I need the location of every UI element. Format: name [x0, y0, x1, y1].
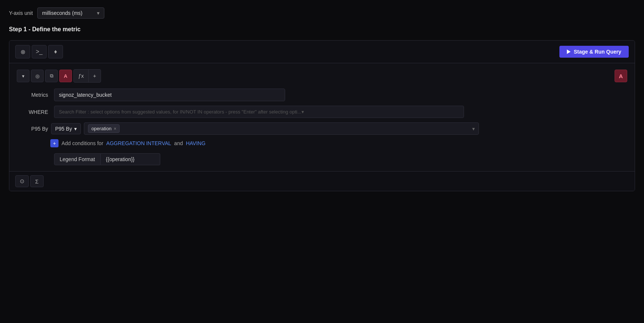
legend-format-value: {{operation}} — [101, 153, 160, 165]
plus-btn[interactable]: + — [89, 70, 101, 82]
main-panel: ⊗ >_ ♦ Stage & Run Query ▾ ◎ — [9, 40, 635, 191]
chevron-down-icon: ▾ — [22, 73, 25, 79]
letter-a-icon: A — [64, 73, 67, 79]
metrics-row: Metrics — [17, 89, 627, 101]
stage-run-label: Stage & Run Query — [574, 49, 621, 55]
database-icon: ⊙ — [20, 178, 25, 185]
letter-a-right-btn[interactable]: A — [615, 70, 627, 82]
tag-pills-container: operation × ▾ — [84, 122, 479, 135]
add-conditions-btn[interactable]: + — [50, 139, 59, 147]
copy-icon: ⧉ — [50, 73, 53, 79]
toolbar-left: ⊗ >_ ♦ — [15, 45, 63, 58]
tag-chevron-icon: ▾ — [472, 126, 475, 132]
terminal-btn[interactable]: >_ — [32, 45, 47, 58]
close-icon: ⊗ — [20, 48, 25, 55]
copy-btn[interactable]: ⧉ — [45, 70, 58, 82]
y-axis-unit-select[interactable]: milliseconds (ms) ▾ — [37, 7, 104, 19]
p95-value: P95 By — [55, 126, 72, 132]
and-label: and — [174, 140, 183, 146]
mic-btn[interactable]: ♦ — [48, 45, 63, 58]
letter-a-right-icon: A — [619, 73, 623, 79]
p95-select[interactable]: P95 By ▾ — [51, 123, 81, 134]
query-toolbar: ▾ ◎ ⧉ A ƒx + — [17, 69, 627, 83]
query-area: ▾ ◎ ⧉ A ƒx + — [9, 63, 635, 171]
where-input[interactable]: Search Filter : select options from sugg… — [54, 106, 464, 118]
legend-row: Legend Format {{operation}} — [17, 153, 627, 165]
bottom-bar: ⊙ Σ — [9, 171, 635, 191]
p95-label: P95 By — [18, 126, 48, 132]
plus-icon: + — [53, 140, 56, 146]
y-axis-row: Y-axis unit milliseconds (ms) ▾ — [9, 7, 635, 19]
plus-icon: + — [93, 73, 96, 79]
where-label: WHERE — [18, 109, 48, 115]
query-toolbar-left: ▾ ◎ ⧉ A ƒx + — [17, 69, 101, 83]
fx-group: ƒx + — [73, 69, 101, 83]
metrics-input[interactable] — [54, 89, 285, 101]
close-icon-btn[interactable]: ⊗ — [15, 45, 30, 58]
y-axis-unit-value: milliseconds (ms) — [42, 10, 82, 16]
having-link[interactable]: HAVING — [186, 140, 206, 146]
where-placeholder-text: Search Filter : select options from sugg… — [59, 109, 304, 115]
y-axis-label: Y-axis unit — [9, 10, 33, 16]
metrics-label: Metrics — [18, 92, 48, 98]
where-row: WHERE Search Filter : select options fro… — [17, 106, 627, 118]
add-conditions-row: + Add conditions for AGGREGATION INTERVA… — [17, 139, 627, 147]
top-toolbar: ⊗ >_ ♦ Stage & Run Query — [9, 41, 635, 63]
operation-tag: operation × — [88, 124, 120, 133]
fx-btn[interactable]: ƒx — [74, 70, 89, 82]
add-conditions-prefix: Add conditions for — [61, 140, 103, 146]
tag-close-btn[interactable]: × — [114, 126, 116, 131]
eye-btn[interactable]: ◎ — [31, 70, 44, 82]
p95-row: P95 By P95 By ▾ operation × ▾ — [17, 122, 627, 135]
tag-label: operation — [91, 126, 111, 131]
play-icon — [567, 49, 571, 54]
sigma-icon: Σ — [35, 178, 38, 185]
letter-a-btn[interactable]: A — [59, 70, 72, 82]
step1-title: Step 1 - Define the metric — [9, 26, 635, 33]
eye-icon: ◎ — [35, 73, 40, 79]
legend-format-label[interactable]: Legend Format — [54, 153, 101, 165]
sigma-btn[interactable]: Σ — [30, 175, 44, 187]
chevron-down-icon: ▾ — [97, 10, 100, 16]
aggregation-interval-link[interactable]: AGGREGATION INTERVAL — [106, 140, 171, 146]
stage-run-button[interactable]: Stage & Run Query — [559, 46, 629, 58]
collapse-btn[interactable]: ▾ — [17, 70, 29, 82]
database-icon-btn[interactable]: ⊙ — [15, 175, 29, 187]
mic-icon: ♦ — [54, 48, 57, 55]
terminal-icon: >_ — [36, 48, 42, 55]
p95-chevron-icon: ▾ — [74, 126, 77, 132]
fx-icon: ƒx — [78, 73, 84, 79]
